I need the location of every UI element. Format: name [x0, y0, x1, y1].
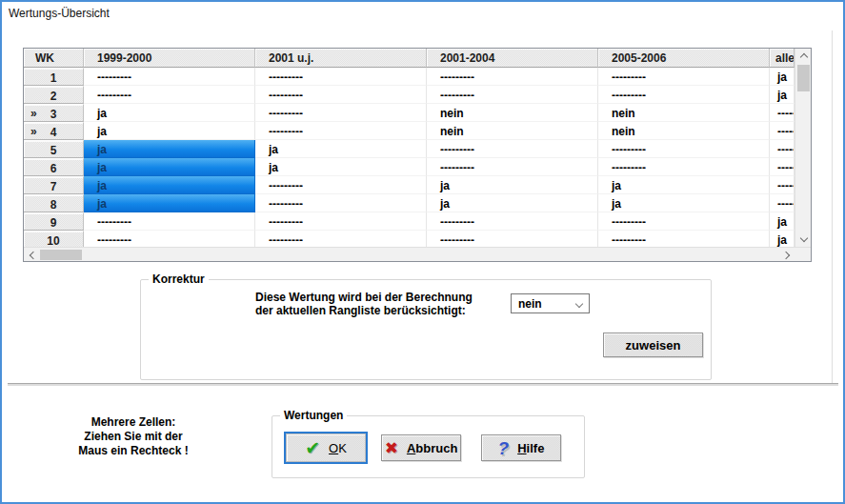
row-header-cell[interactable]: 5 — [24, 140, 84, 158]
korrektur-group-label: Korrektur — [149, 272, 209, 286]
row-header-cell[interactable]: 9 — [24, 212, 84, 231]
scroll-down-icon[interactable] — [795, 232, 812, 247]
row-header-cell[interactable]: »4 — [24, 122, 84, 140]
table-row: 6jaja------------------------ — [24, 158, 795, 176]
vertical-scroll-thumb[interactable] — [797, 65, 810, 91]
table-cell[interactable]: ja — [255, 158, 427, 176]
table-cell[interactable]: --------- — [255, 104, 427, 122]
column-header-2001-uj[interactable]: 2001 u.j. — [255, 49, 427, 68]
table-cell[interactable]: ja — [84, 140, 255, 158]
table-cell[interactable]: --------- — [255, 231, 427, 247]
question-icon: ? — [498, 439, 510, 457]
table-cell[interactable]: --------- — [427, 158, 598, 176]
table-cell[interactable]: ------ — [770, 158, 795, 176]
table-cell[interactable]: --------- — [598, 231, 770, 247]
table-cell[interactable]: --------- — [255, 176, 427, 194]
table-cell[interactable]: --------- — [84, 86, 255, 104]
chevron-up-icon — [799, 53, 807, 61]
scroll-right-icon[interactable] — [779, 248, 795, 262]
table-cell[interactable]: nein — [427, 122, 598, 140]
table-cell[interactable]: --------- — [598, 86, 770, 104]
row-header-cell[interactable]: 8 — [24, 194, 84, 212]
dialog-wertungs-uebersicht: Wertungs-Übersicht WK 1999-2000 2001 u.j… — [0, 0, 845, 504]
table-cell[interactable]: ja — [427, 176, 598, 194]
table-cell[interactable]: ja — [84, 176, 255, 194]
table-cell[interactable]: ------ — [770, 176, 795, 194]
row-number: 5 — [50, 144, 57, 157]
hilfe-button[interactable]: ? Hilfe — [481, 434, 561, 461]
row-header-cell[interactable]: 1 — [24, 68, 84, 86]
table-cell[interactable]: --------- — [598, 68, 770, 86]
table-cell[interactable]: nein — [598, 104, 770, 122]
row-number: 10 — [47, 234, 59, 247]
column-header-wk[interactable]: WK — [24, 49, 84, 68]
table-cell[interactable]: --------- — [84, 212, 255, 231]
row-number: 7 — [50, 180, 57, 193]
table-cell[interactable]: nein — [598, 122, 770, 140]
table-cell[interactable]: --------- — [598, 212, 770, 231]
table-cell[interactable]: ------ — [770, 122, 795, 140]
horizontal-scroll-thumb[interactable] — [40, 250, 82, 260]
wertung-dropdown-value: nein — [518, 297, 542, 311]
chevron-right-icon — [781, 251, 789, 258]
table-cell[interactable]: --------- — [84, 231, 255, 247]
table-cell[interactable]: ja — [598, 194, 770, 212]
table-cell[interactable]: --------- — [84, 68, 255, 86]
panel-right-edge — [832, 30, 833, 383]
table-cell[interactable]: ------ — [770, 104, 795, 122]
table-cell[interactable]: --------- — [255, 194, 427, 212]
korrektur-description-line2: der aktuellen Rangliste berücksichtigt: — [255, 304, 473, 317]
column-header-1999-2000[interactable]: 1999-2000 — [84, 49, 255, 68]
abbruch-button-label: Abbruch — [407, 441, 457, 455]
table-cell[interactable]: ja — [84, 104, 255, 122]
row-header-cell[interactable]: 7 — [24, 176, 84, 194]
korrektur-groupbox: Korrektur Diese Wertung wird bei der Ber… — [140, 279, 712, 380]
table-cell[interactable]: --------- — [598, 158, 770, 176]
row-header-cell[interactable]: 10 — [24, 231, 84, 247]
table-row: 5jaja------------------------ — [24, 140, 795, 158]
table-cell[interactable]: ja — [84, 122, 255, 140]
table-cell[interactable]: --------- — [255, 68, 427, 86]
table-cell[interactable]: ja — [770, 231, 795, 247]
row-number: 3 — [50, 108, 57, 121]
scroll-up-icon[interactable] — [795, 49, 812, 63]
table-cell[interactable]: --------- — [427, 68, 598, 86]
table-cell[interactable]: ja — [84, 158, 255, 176]
table-cell[interactable]: nein — [427, 104, 598, 122]
table-cell[interactable]: ------ — [770, 194, 795, 212]
abbruch-button[interactable]: ✖ Abbruch — [381, 434, 461, 461]
table-cell[interactable]: ja — [427, 194, 598, 212]
table-cell[interactable]: ja — [255, 140, 427, 158]
vertical-scrollbar[interactable] — [795, 49, 811, 247]
table-cell[interactable]: --------- — [598, 140, 770, 158]
table-cell[interactable]: ja — [770, 68, 795, 86]
row-header-cell[interactable]: »3 — [24, 104, 84, 122]
wertungen-groupbox: Wertungen ✔ OK ✖ Abbruch ? Hilfe — [272, 415, 585, 478]
table-cell[interactable]: --------- — [427, 212, 598, 231]
table-cell[interactable]: --------- — [427, 140, 598, 158]
wertungen-table: WK 1999-2000 2001 u.j. 2001-2004 2005-20… — [23, 48, 812, 262]
table-row: 1------------------------------------ja — [24, 68, 795, 86]
table-cell[interactable]: ------ — [770, 140, 795, 158]
column-header-alle[interactable]: alle J — [770, 49, 795, 68]
table-cell[interactable]: --------- — [255, 212, 427, 231]
table-row: 7ja---------jaja------ — [24, 176, 795, 194]
column-header-2005-2006[interactable]: 2005-2006 — [598, 49, 770, 68]
scroll-left-icon[interactable] — [24, 248, 39, 262]
table-cell[interactable]: ja — [598, 176, 770, 194]
table-cell[interactable]: ja — [770, 86, 795, 104]
ok-button[interactable]: ✔ OK — [284, 432, 368, 464]
table-cell[interactable]: ja — [84, 194, 255, 212]
row-header-cell[interactable]: 6 — [24, 158, 84, 176]
table-cell[interactable]: --------- — [427, 86, 598, 104]
column-header-2001-2004[interactable]: 2001-2004 — [427, 49, 598, 68]
table-cell[interactable]: --------- — [255, 86, 427, 104]
table-row: »4ja---------neinnein------ — [24, 122, 795, 140]
horizontal-scrollbar[interactable] — [24, 247, 811, 261]
wertung-dropdown[interactable]: nein — [511, 293, 590, 313]
table-cell[interactable]: ja — [770, 212, 795, 231]
row-header-cell[interactable]: 2 — [24, 86, 84, 104]
zuweisen-button[interactable]: zuweisen — [603, 333, 703, 357]
table-cell[interactable]: --------- — [427, 231, 598, 247]
table-cell[interactable]: --------- — [255, 122, 427, 140]
